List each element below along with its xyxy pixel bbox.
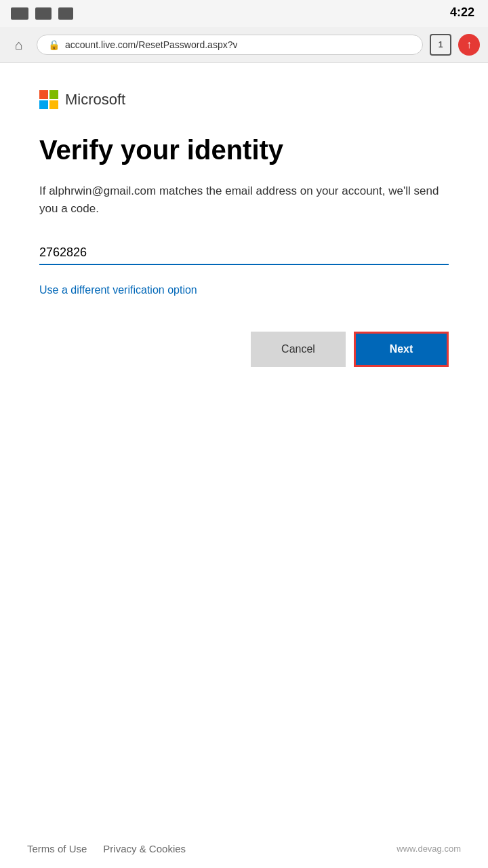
tab-count-button[interactable]: 1 (430, 34, 451, 56)
home-button[interactable]: ⌂ (8, 34, 30, 56)
image-icon (35, 7, 52, 20)
browser-action-button[interactable]: ↑ (458, 34, 480, 56)
next-button[interactable]: Next (354, 332, 449, 367)
address-bar[interactable]: 🔒 account.live.com/ResetPassword.aspx?v (37, 35, 423, 55)
input-container (39, 241, 449, 265)
lock-icon: 🔒 (48, 39, 60, 50)
page-content: Microsoft Verify your identity If alphrw… (0, 63, 488, 394)
page-title: Verify your identity (39, 134, 449, 166)
keyboard-icon (11, 7, 28, 20)
status-icons (11, 7, 73, 20)
browser-toolbar: ⌂ 🔒 account.live.com/ResetPassword.aspx?… (0, 27, 488, 63)
status-time: 4:22 (450, 5, 474, 20)
diff-verification-link[interactable]: Use a different verification option (39, 284, 197, 296)
address-text: account.live.com/ResetPassword.aspx?v (65, 39, 237, 50)
page-footer: Terms of Use Privacy & Cookies www.devag… (0, 843, 488, 854)
cancel-button[interactable]: Cancel (251, 332, 346, 367)
footer-links: Terms of Use Privacy & Cookies (27, 843, 186, 854)
ms-green-square (49, 90, 58, 99)
terms-of-use-link[interactable]: Terms of Use (27, 843, 87, 854)
privacy-cookies-link[interactable]: Privacy & Cookies (103, 843, 186, 854)
email-verify-input[interactable] (39, 241, 449, 265)
status-bar: 4:22 (0, 0, 488, 27)
footer-domain: www.devag.com (396, 844, 461, 854)
ms-yellow-square (49, 100, 58, 109)
microsoft-logo: Microsoft (39, 90, 449, 109)
text-icon (58, 7, 73, 20)
ms-logo-grid (39, 90, 58, 109)
microsoft-name: Microsoft (65, 91, 125, 108)
button-row: Cancel Next (39, 332, 449, 367)
ms-red-square (39, 90, 48, 99)
page-description: If alphrwin@gmail.com matches the email … (39, 182, 449, 217)
ms-blue-square (39, 100, 48, 109)
